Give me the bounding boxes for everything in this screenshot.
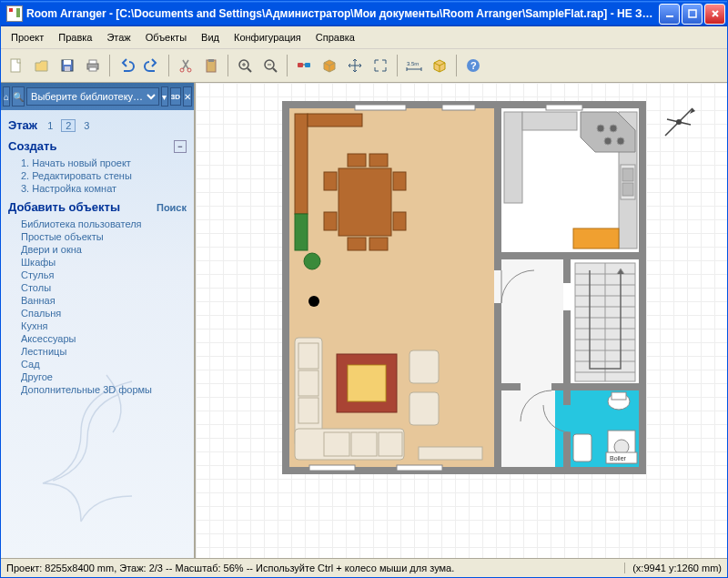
- floor-3[interactable]: 3: [80, 120, 93, 131]
- cat-simple[interactable]: Простые объекты: [8, 230, 187, 243]
- titlebar: Room Arranger - [C:\Documents and Settin…: [1, 1, 727, 26]
- search-icon[interactable]: 🔍: [12, 86, 25, 106]
- sidebar: ⌂ 🔍 Выберите библиотеку… ▾ 3D ✕ Этаж 1 2…: [1, 83, 195, 558]
- svg-rect-71: [622, 168, 633, 181]
- step-edit-walls[interactable]: 2. Редактировать стены: [8, 169, 187, 182]
- minimize-button[interactable]: [659, 4, 680, 25]
- measure-icon[interactable]: 3.5m: [402, 54, 426, 77]
- svg-rect-97: [546, 105, 582, 110]
- svg-rect-41: [324, 432, 349, 456]
- cut-icon[interactable]: [174, 54, 197, 77]
- cat-chairs[interactable]: Стулья: [8, 269, 187, 281]
- statusbar: Проект: 8255x8400 mm, Этаж: 2/3 -- Масшт…: [1, 558, 727, 577]
- 3d-glasses-icon[interactable]: [292, 54, 316, 77]
- step-room-setup[interactable]: 3. Настройка комнат: [8, 182, 187, 195]
- furniture-icon[interactable]: [428, 54, 451, 77]
- svg-point-66: [597, 125, 604, 132]
- svg-rect-61: [504, 112, 522, 203]
- library-search-row: ⌂ 🔍 Выберите библиотеку… ▾ 3D ✕: [1, 83, 194, 110]
- svg-rect-88: [573, 434, 592, 461]
- svg-rect-35: [563, 283, 571, 310]
- zoom-out-icon[interactable]: [258, 54, 282, 77]
- new-icon[interactable]: [5, 54, 28, 77]
- svg-rect-64: [573, 228, 619, 248]
- svg-rect-7: [89, 60, 96, 64]
- cat-bedroom[interactable]: Спальня: [8, 307, 187, 319]
- close-panel-icon[interactable]: ✕: [183, 86, 192, 106]
- svg-rect-4: [64, 60, 71, 65]
- maximize-button[interactable]: [682, 4, 703, 25]
- zoom-in-icon[interactable]: [233, 54, 257, 77]
- menu-help[interactable]: Справка: [309, 30, 361, 45]
- cat-cabinets[interactable]: Шкафы: [8, 256, 187, 269]
- save-icon[interactable]: [56, 54, 79, 77]
- undo-icon[interactable]: [115, 54, 138, 77]
- svg-rect-16: [305, 63, 310, 67]
- menu-edit[interactable]: Правка: [52, 30, 98, 45]
- menu-config[interactable]: Конфигурация: [228, 30, 308, 45]
- cat-doors-windows[interactable]: Двери и окна: [8, 243, 187, 256]
- step-new-project[interactable]: 1. Начать новый проект: [8, 157, 187, 169]
- cat-kitchen[interactable]: Кухня: [8, 319, 187, 332]
- cat-user-library[interactable]: Библиотека пользователя: [8, 218, 187, 230]
- svg-rect-31: [494, 383, 640, 390]
- open-icon[interactable]: [30, 54, 54, 77]
- separator: [287, 55, 288, 76]
- svg-rect-2: [11, 59, 20, 72]
- floor-2[interactable]: 2: [61, 119, 76, 132]
- paste-icon[interactable]: [199, 54, 223, 77]
- cat-garden[interactable]: Сад: [8, 358, 187, 370]
- svg-rect-50: [339, 168, 391, 236]
- svg-rect-54: [393, 212, 406, 230]
- menu-project[interactable]: Проект: [5, 30, 50, 45]
- svg-rect-56: [369, 154, 388, 167]
- cat-other[interactable]: Другое: [8, 370, 187, 383]
- dropdown-icon[interactable]: ▾: [161, 86, 168, 106]
- search-link[interactable]: Поиск: [157, 202, 187, 213]
- library-select[interactable]: Выберите библиотеку…: [26, 87, 159, 106]
- svg-rect-94: [442, 105, 475, 110]
- svg-rect-48: [308, 114, 362, 127]
- 3d-badge[interactable]: 3D: [170, 87, 181, 106]
- collapse-icon[interactable]: −: [174, 140, 187, 153]
- cat-accessories[interactable]: Аксессуары: [8, 332, 187, 345]
- print-icon[interactable]: [81, 54, 105, 77]
- help-icon[interactable]: ?: [461, 54, 485, 77]
- status-left: Проект: 8255x8400 mm, Этаж: 2/3 -- Масшт…: [6, 563, 624, 573]
- cat-bathroom[interactable]: Ванная: [8, 294, 187, 307]
- menu-objects[interactable]: Объекты: [139, 30, 193, 45]
- menu-view[interactable]: Вид: [195, 30, 226, 45]
- object-categories: Библиотека пользователя Простые объекты …: [8, 218, 187, 396]
- move-icon[interactable]: [343, 54, 367, 77]
- home-icon[interactable]: ⌂: [3, 86, 10, 106]
- close-button[interactable]: [704, 4, 725, 25]
- svg-rect-43: [379, 432, 402, 456]
- floorplan[interactable]: Boiler: [282, 101, 646, 474]
- separator: [456, 55, 457, 76]
- svg-rect-39: [298, 370, 318, 396]
- svg-rect-1: [689, 10, 696, 17]
- app-icon: [6, 5, 23, 22]
- box-icon[interactable]: [318, 54, 341, 77]
- expand-icon[interactable]: [369, 54, 392, 77]
- svg-point-9: [180, 68, 184, 72]
- svg-text:Boiler: Boiler: [610, 455, 627, 461]
- canvas[interactable]: Boiler: [195, 83, 727, 558]
- svg-point-10: [187, 68, 191, 72]
- create-steps: 1. Начать новый проект 2. Редактировать …: [8, 157, 187, 195]
- cat-3d-shapes[interactable]: Дополнительные 3D формы: [8, 383, 187, 396]
- svg-point-59: [304, 253, 320, 269]
- svg-text:3.5m: 3.5m: [407, 61, 419, 66]
- svg-rect-57: [348, 238, 366, 250]
- toolbar: 3.5m ?: [1, 49, 727, 83]
- svg-rect-62: [522, 112, 577, 130]
- separator: [109, 55, 110, 76]
- redo-icon[interactable]: [140, 54, 164, 77]
- menu-floor[interactable]: Этаж: [100, 30, 136, 45]
- floor-1[interactable]: 1: [44, 120, 56, 131]
- cat-stairs[interactable]: Лестницы: [8, 345, 187, 358]
- armchair: [410, 392, 439, 425]
- status-coords: (x:9941 y:1260 mm): [624, 563, 722, 573]
- cat-tables[interactable]: Столы: [8, 281, 187, 294]
- svg-rect-38: [298, 343, 318, 369]
